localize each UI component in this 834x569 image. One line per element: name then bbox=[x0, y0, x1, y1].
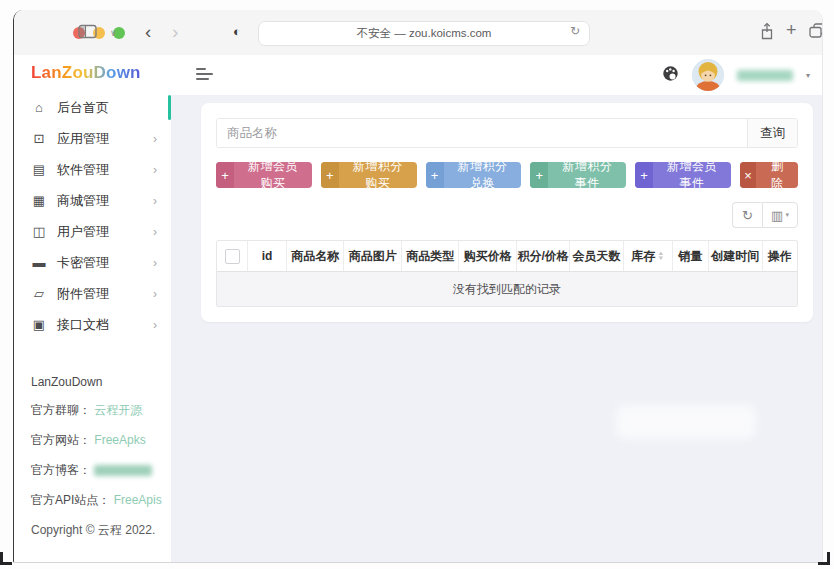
sidebar-toggle-caret-icon[interactable]: ∨ bbox=[110, 28, 117, 38]
column-label: 会员天数 bbox=[572, 248, 620, 265]
columns-icon: ▥ bbox=[771, 208, 783, 223]
refresh-icon: ↻ bbox=[742, 208, 753, 223]
footer-row-label: 官方API站点： bbox=[31, 493, 110, 507]
sidebar-item-software[interactable]: ▤ 软件管理 › bbox=[14, 154, 171, 185]
main-content: 查询 + 新增会员购买 + 新增积分购买 + 新增积分 bbox=[171, 95, 822, 562]
sidebar-item-label: 接口文档 bbox=[57, 316, 153, 334]
sidebar-item-apps[interactable]: ⊡ 应用管理 › bbox=[14, 123, 171, 154]
columns-toggle-button[interactable]: ▥▾ bbox=[762, 202, 798, 228]
copyright: Copyright © 云程 2022. bbox=[31, 522, 163, 539]
top-header: ▾ bbox=[171, 55, 822, 95]
share-icon[interactable] bbox=[759, 22, 775, 41]
empty-state: 没有找到匹配的记录 bbox=[217, 272, 797, 306]
action-label: 新增积分兑换 bbox=[444, 162, 522, 188]
sidebar-item-label: 商城管理 bbox=[57, 192, 153, 210]
username-redacted[interactable] bbox=[737, 70, 793, 81]
chevron-right-icon: › bbox=[153, 132, 157, 146]
column-label: 操作 bbox=[768, 248, 792, 265]
action-label: 新增会员事件 bbox=[653, 162, 731, 188]
column-header-stock[interactable]: 库存 ▲▼ bbox=[624, 241, 673, 271]
privacy-shield-icon[interactable]: ◐ bbox=[233, 24, 241, 39]
sidebar-item-label: 后台首页 bbox=[57, 99, 157, 117]
sidebar-item-home[interactable]: ⌂ 后台首页 › bbox=[14, 92, 171, 123]
sidebar-item-label: 附件管理 bbox=[57, 285, 153, 303]
footer-row-website: 官方网站： FreeApks bbox=[31, 432, 163, 449]
action-icon: + bbox=[321, 162, 339, 188]
header-right: ▾ bbox=[662, 55, 810, 95]
action-button-add-member-purchase[interactable]: + 新增会员购买 bbox=[216, 162, 312, 188]
footer-links: 官方群聊： 云程开源 官方网站： FreeApks 官方博客： bbox=[31, 402, 163, 509]
back-icon[interactable]: ‹ bbox=[145, 21, 151, 43]
footer-link[interactable]: FreeApks bbox=[94, 433, 145, 447]
action-icon: + bbox=[635, 162, 653, 188]
action-button-add-points-event[interactable]: + 新增积分事件 bbox=[530, 162, 626, 188]
window-corner-mark bbox=[0, 552, 12, 565]
footer-link[interactable]: FreeApis bbox=[114, 493, 162, 507]
browser-toolbar: ∨ ‹ › ◐ 不安全 — zou.koicms.com ↻ + bbox=[14, 10, 822, 56]
sidebar-item-cards[interactable]: ▬ 卡密管理 › bbox=[14, 247, 171, 278]
column-label: 积分/价格 bbox=[517, 248, 568, 265]
action-button-add-points-exchange[interactable]: + 新增积分兑换 bbox=[426, 162, 522, 188]
app-logo[interactable]: LanZouDown bbox=[31, 63, 141, 83]
address-book-icon: ◫ bbox=[30, 224, 48, 239]
sidebar-item-attachments[interactable]: ▱ 附件管理 › bbox=[14, 278, 171, 309]
window-corner-mark bbox=[818, 552, 830, 565]
refresh-button[interactable]: ↻ bbox=[732, 202, 762, 228]
select-all-cell bbox=[217, 241, 248, 271]
sidebar-item-label: 软件管理 bbox=[57, 161, 153, 179]
footer-row-label: 官方网站： bbox=[31, 433, 91, 447]
action-button-add-points-purchase[interactable]: + 新增积分购买 bbox=[321, 162, 417, 188]
search-button[interactable]: 查询 bbox=[747, 119, 797, 147]
footer-link[interactable]: 云程开源 bbox=[94, 403, 142, 417]
table-toolbar: ↻ ▥▾ bbox=[216, 202, 798, 228]
folder-icon: ▱ bbox=[30, 286, 48, 301]
sidebar-item-label: 应用管理 bbox=[57, 130, 153, 148]
chevron-right-icon: › bbox=[153, 225, 157, 239]
sidebar-item-mall[interactable]: ▦ 商城管理 › bbox=[14, 185, 171, 216]
address-bar[interactable]: 不安全 — zou.koicms.com bbox=[258, 21, 590, 46]
action-button-add-member-event[interactable]: + 新增会员事件 bbox=[635, 162, 731, 188]
sidebar: LanZouDown ⌂ 后台首页 › ⊡ 应用管理 › bbox=[14, 55, 171, 562]
search-input[interactable] bbox=[217, 119, 747, 147]
column-header-member-days: 会员天数 ▲▼ bbox=[570, 241, 623, 271]
sort-icon: ▲▼ bbox=[658, 251, 664, 261]
column-header-image: 商品图片 ▲▼ bbox=[344, 241, 401, 271]
image-icon: ▤ bbox=[30, 162, 48, 177]
sidebar-item-users[interactable]: ◫ 用户管理 › bbox=[14, 216, 171, 247]
column-header-buy-price: 购买价格 ▲▼ bbox=[459, 241, 516, 271]
chevron-right-icon: › bbox=[153, 256, 157, 270]
user-caret-down-icon[interactable]: ▾ bbox=[806, 71, 810, 80]
screenshot-canvas: ∨ ‹ › ◐ 不安全 — zou.koicms.com ↻ + LanZouD… bbox=[0, 0, 834, 569]
action-buttons: + 新增会员购买 + 新增积分购买 + 新增积分兑换 + 新增积分事件 bbox=[216, 162, 798, 188]
column-label: 商品类型 bbox=[406, 248, 454, 265]
chevron-right-icon: › bbox=[153, 194, 157, 208]
action-icon: + bbox=[216, 162, 234, 188]
caret-down-icon: ▾ bbox=[785, 211, 789, 219]
forward-icon[interactable]: › bbox=[172, 21, 178, 43]
chevron-right-icon: › bbox=[153, 163, 157, 177]
column-header-id: id ▲▼ bbox=[248, 241, 287, 271]
action-label: 新增会员购买 bbox=[234, 162, 312, 188]
column-label: 创建时间 bbox=[711, 248, 759, 265]
action-icon: + bbox=[426, 162, 444, 188]
column-label: 商品图片 bbox=[349, 248, 397, 265]
sidebar-menu: ⌂ 后台首页 › ⊡ 应用管理 › ▤ 软件管理 › bbox=[14, 92, 171, 340]
reload-icon[interactable]: ↻ bbox=[570, 24, 580, 38]
sidebar-toggle-icon[interactable] bbox=[78, 24, 97, 39]
footer-row-api-site: 官方API站点： FreeApis bbox=[31, 492, 163, 509]
sidebar-item-api-docs[interactable]: ▣ 接口文档 › bbox=[14, 309, 171, 340]
box-icon: ▣ bbox=[30, 317, 48, 332]
column-label: 销量 bbox=[678, 248, 702, 265]
theme-palette-icon[interactable] bbox=[662, 65, 679, 86]
avatar[interactable] bbox=[692, 59, 724, 91]
new-tab-icon[interactable]: + bbox=[786, 20, 797, 41]
menu-collapse-icon[interactable] bbox=[196, 68, 214, 80]
select-all-checkbox[interactable] bbox=[225, 249, 240, 264]
column-header-created-at: 创建时间 ▲▼ bbox=[709, 241, 762, 271]
action-button-delete[interactable]: × 删除 bbox=[740, 162, 798, 188]
watermark-blob bbox=[616, 405, 756, 439]
browser-window: ∨ ‹ › ◐ 不安全 — zou.koicms.com ↻ + LanZouD… bbox=[13, 10, 823, 563]
footer-row-group-chat: 官方群聊： 云程开源 bbox=[31, 402, 163, 419]
action-label: 删除 bbox=[756, 162, 798, 188]
tab-overview-icon[interactable] bbox=[809, 23, 823, 38]
